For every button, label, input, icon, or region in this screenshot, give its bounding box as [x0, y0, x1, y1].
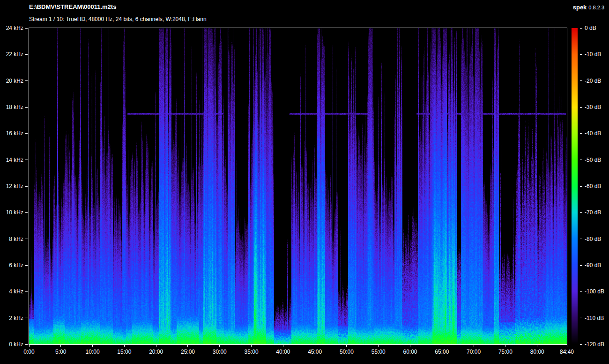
freq-tick-mark: [25, 80, 28, 81]
freq-tick-label: 2 kHz: [9, 315, 23, 321]
freq-tick-label: 12 kHz: [6, 183, 23, 189]
time-tick-mark: [505, 345, 505, 347]
db-tick-label: -50 dB: [585, 157, 601, 163]
app-version: 0.8.2.3: [588, 5, 604, 10]
freq-tick-label: 22 kHz: [6, 51, 23, 58]
time-tick-mark: [346, 345, 347, 347]
time-tick-mark: [315, 345, 315, 347]
time-tick-label: 65:00: [435, 349, 449, 355]
time-tick-mark: [124, 345, 125, 347]
spek-window: E:\BDMV\STREAM\00011.m2ts Stream 1 / 10:…: [0, 0, 609, 364]
time-tick-mark: [187, 345, 188, 347]
freq-tick-label: 10 kHz: [6, 209, 23, 216]
freq-tick-mark: [25, 28, 28, 29]
time-tick-label: 40:00: [276, 349, 290, 355]
db-tick-mark: [580, 54, 582, 55]
freq-tick-mark: [25, 54, 28, 55]
freq-tick-label: 4 kHz: [9, 288, 23, 295]
spectrogram-canvas: [29, 28, 567, 344]
db-tick-label: -10 dB: [585, 51, 601, 58]
time-tick-label: 0:00: [23, 349, 34, 355]
db-tick-mark: [580, 28, 582, 29]
time-tick-mark: [60, 345, 61, 347]
time-tick-label: 75:00: [498, 349, 512, 355]
db-tick-mark: [580, 291, 582, 292]
freq-tick-label: 0 kHz: [9, 341, 23, 348]
time-tick-mark: [219, 345, 220, 347]
time-tick-label: 60:00: [403, 349, 417, 355]
file-path-title: E:\BDMV\STREAM\00011.m2ts: [29, 3, 116, 10]
freq-tick-mark: [25, 318, 28, 318]
db-tick-label: 0 dB: [585, 25, 596, 31]
db-tick-label: -100 dB: [585, 288, 604, 295]
freq-tick-label: 14 kHz: [6, 157, 23, 163]
db-tick-mark: [580, 212, 582, 213]
time-tick-label: 45:00: [308, 349, 322, 355]
time-tick-label: 80:00: [530, 349, 544, 355]
db-tick-mark: [580, 344, 582, 345]
freq-tick-mark: [25, 212, 28, 213]
db-tick-mark: [580, 265, 582, 266]
db-tick-label: -90 dB: [585, 262, 601, 269]
time-tick-mark: [537, 345, 537, 347]
freq-tick-label: 16 kHz: [6, 130, 23, 137]
db-tick-mark: [580, 186, 582, 187]
freq-tick-mark: [25, 160, 28, 160]
freq-tick-mark: [25, 239, 28, 239]
app-name: spek: [573, 4, 587, 11]
time-tick-label: 30:00: [213, 349, 227, 355]
db-tick-label: -30 dB: [585, 104, 601, 110]
freq-tick-mark: [25, 265, 28, 266]
time-tick-label: 70:00: [467, 349, 481, 355]
stream-info: Stream 1 / 10: TrueHD, 48000 Hz, 24 bits…: [29, 16, 207, 22]
app-brand: spek0.8.2.3: [573, 4, 604, 11]
db-tick-mark: [580, 107, 582, 108]
db-tick-label: -120 dB: [585, 341, 604, 348]
freq-tick-mark: [25, 133, 28, 134]
db-tick-label: -60 dB: [585, 183, 601, 189]
db-tick-label: -40 dB: [585, 130, 601, 137]
freq-tick-mark: [25, 107, 28, 108]
time-tick-mark: [474, 345, 474, 347]
freq-tick-label: 18 kHz: [6, 104, 23, 110]
time-tick-label: 50:00: [340, 349, 354, 355]
freq-tick-mark: [25, 186, 28, 187]
freq-tick-label: 20 kHz: [6, 78, 23, 84]
db-tick-label: -70 dB: [585, 209, 601, 216]
time-tick-label: 20:00: [149, 349, 163, 355]
freq-tick-label: 8 kHz: [9, 236, 23, 242]
time-tick-mark: [410, 345, 410, 347]
db-tick-mark: [580, 318, 582, 318]
db-tick-mark: [580, 160, 582, 160]
time-tick-label: 84:40: [560, 349, 574, 355]
time-tick-mark: [442, 345, 442, 347]
db-colorbar: [572, 28, 578, 344]
time-tick-mark: [283, 345, 283, 347]
time-tick-mark: [29, 345, 30, 347]
db-tick-label: -80 dB: [585, 236, 601, 242]
db-tick-label: -20 dB: [585, 78, 601, 84]
time-tick-label: 10:00: [86, 349, 100, 355]
freq-tick-label: 24 kHz: [6, 25, 23, 31]
time-tick-label: 5:00: [55, 349, 66, 355]
time-tick-mark: [378, 345, 379, 347]
time-tick-label: 15:00: [117, 349, 131, 355]
freq-tick-mark: [25, 291, 28, 292]
db-tick-mark: [580, 133, 582, 134]
db-tick-mark: [580, 80, 582, 81]
time-tick-mark: [92, 345, 93, 347]
time-tick-label: 35:00: [245, 349, 259, 355]
freq-tick-label: 6 kHz: [9, 262, 23, 269]
time-tick-mark: [156, 345, 156, 347]
db-tick-label: -110 dB: [585, 315, 604, 321]
spectrogram-plot: [29, 28, 567, 345]
time-tick-label: 25:00: [181, 349, 195, 355]
time-tick-mark: [251, 345, 252, 347]
time-tick-label: 55:00: [371, 349, 386, 355]
freq-tick-mark: [25, 344, 28, 345]
db-tick-mark: [580, 239, 582, 239]
time-tick-mark: [567, 345, 567, 347]
